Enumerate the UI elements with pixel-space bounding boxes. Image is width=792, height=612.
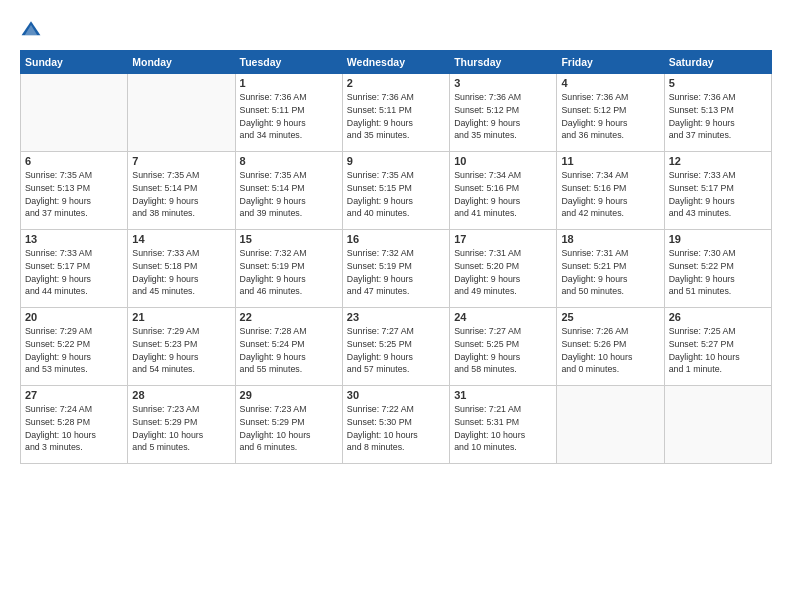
calendar-week-row: 1Sunrise: 7:36 AM Sunset: 5:11 PM Daylig… — [21, 74, 772, 152]
calendar-cell: 10Sunrise: 7:34 AM Sunset: 5:16 PM Dayli… — [450, 152, 557, 230]
calendar-cell: 29Sunrise: 7:23 AM Sunset: 5:29 PM Dayli… — [235, 386, 342, 464]
day-number: 26 — [669, 311, 767, 323]
day-info: Sunrise: 7:35 AM Sunset: 5:13 PM Dayligh… — [25, 169, 123, 220]
calendar-cell: 30Sunrise: 7:22 AM Sunset: 5:30 PM Dayli… — [342, 386, 449, 464]
day-info: Sunrise: 7:27 AM Sunset: 5:25 PM Dayligh… — [347, 325, 445, 376]
day-info: Sunrise: 7:29 AM Sunset: 5:22 PM Dayligh… — [25, 325, 123, 376]
day-of-week-header: Monday — [128, 51, 235, 74]
day-info: Sunrise: 7:31 AM Sunset: 5:21 PM Dayligh… — [561, 247, 659, 298]
calendar-cell: 11Sunrise: 7:34 AM Sunset: 5:16 PM Dayli… — [557, 152, 664, 230]
day-number: 16 — [347, 233, 445, 245]
day-info: Sunrise: 7:35 AM Sunset: 5:15 PM Dayligh… — [347, 169, 445, 220]
day-info: Sunrise: 7:23 AM Sunset: 5:29 PM Dayligh… — [240, 403, 338, 454]
logo — [20, 18, 46, 40]
day-number: 22 — [240, 311, 338, 323]
day-info: Sunrise: 7:24 AM Sunset: 5:28 PM Dayligh… — [25, 403, 123, 454]
calendar-cell: 20Sunrise: 7:29 AM Sunset: 5:22 PM Dayli… — [21, 308, 128, 386]
calendar-cell: 6Sunrise: 7:35 AM Sunset: 5:13 PM Daylig… — [21, 152, 128, 230]
day-info: Sunrise: 7:36 AM Sunset: 5:12 PM Dayligh… — [561, 91, 659, 142]
calendar-cell: 16Sunrise: 7:32 AM Sunset: 5:19 PM Dayli… — [342, 230, 449, 308]
day-number: 15 — [240, 233, 338, 245]
day-number: 23 — [347, 311, 445, 323]
day-number: 18 — [561, 233, 659, 245]
calendar-cell: 31Sunrise: 7:21 AM Sunset: 5:31 PM Dayli… — [450, 386, 557, 464]
calendar-cell: 24Sunrise: 7:27 AM Sunset: 5:25 PM Dayli… — [450, 308, 557, 386]
day-number: 30 — [347, 389, 445, 401]
day-number: 12 — [669, 155, 767, 167]
calendar-cell — [664, 386, 771, 464]
day-of-week-header: Friday — [557, 51, 664, 74]
calendar-cell: 19Sunrise: 7:30 AM Sunset: 5:22 PM Dayli… — [664, 230, 771, 308]
day-number: 1 — [240, 77, 338, 89]
calendar-cell: 14Sunrise: 7:33 AM Sunset: 5:18 PM Dayli… — [128, 230, 235, 308]
calendar-cell: 26Sunrise: 7:25 AM Sunset: 5:27 PM Dayli… — [664, 308, 771, 386]
day-number: 19 — [669, 233, 767, 245]
calendar-cell: 7Sunrise: 7:35 AM Sunset: 5:14 PM Daylig… — [128, 152, 235, 230]
day-number: 29 — [240, 389, 338, 401]
day-number: 4 — [561, 77, 659, 89]
day-info: Sunrise: 7:29 AM Sunset: 5:23 PM Dayligh… — [132, 325, 230, 376]
calendar-cell: 28Sunrise: 7:23 AM Sunset: 5:29 PM Dayli… — [128, 386, 235, 464]
day-info: Sunrise: 7:25 AM Sunset: 5:27 PM Dayligh… — [669, 325, 767, 376]
day-number: 21 — [132, 311, 230, 323]
calendar-cell — [128, 74, 235, 152]
logo-icon — [20, 18, 42, 40]
calendar-cell — [21, 74, 128, 152]
day-info: Sunrise: 7:35 AM Sunset: 5:14 PM Dayligh… — [240, 169, 338, 220]
day-number: 2 — [347, 77, 445, 89]
day-number: 27 — [25, 389, 123, 401]
day-info: Sunrise: 7:21 AM Sunset: 5:31 PM Dayligh… — [454, 403, 552, 454]
day-info: Sunrise: 7:26 AM Sunset: 5:26 PM Dayligh… — [561, 325, 659, 376]
calendar-cell: 12Sunrise: 7:33 AM Sunset: 5:17 PM Dayli… — [664, 152, 771, 230]
day-number: 3 — [454, 77, 552, 89]
calendar-week-row: 27Sunrise: 7:24 AM Sunset: 5:28 PM Dayli… — [21, 386, 772, 464]
day-info: Sunrise: 7:33 AM Sunset: 5:18 PM Dayligh… — [132, 247, 230, 298]
calendar-header-row: SundayMondayTuesdayWednesdayThursdayFrid… — [21, 51, 772, 74]
calendar-cell: 22Sunrise: 7:28 AM Sunset: 5:24 PM Dayli… — [235, 308, 342, 386]
day-info: Sunrise: 7:33 AM Sunset: 5:17 PM Dayligh… — [669, 169, 767, 220]
day-number: 17 — [454, 233, 552, 245]
calendar-cell: 17Sunrise: 7:31 AM Sunset: 5:20 PM Dayli… — [450, 230, 557, 308]
day-number: 28 — [132, 389, 230, 401]
calendar-cell: 8Sunrise: 7:35 AM Sunset: 5:14 PM Daylig… — [235, 152, 342, 230]
calendar-cell: 13Sunrise: 7:33 AM Sunset: 5:17 PM Dayli… — [21, 230, 128, 308]
day-info: Sunrise: 7:36 AM Sunset: 5:11 PM Dayligh… — [240, 91, 338, 142]
day-number: 13 — [25, 233, 123, 245]
day-info: Sunrise: 7:34 AM Sunset: 5:16 PM Dayligh… — [454, 169, 552, 220]
day-info: Sunrise: 7:31 AM Sunset: 5:20 PM Dayligh… — [454, 247, 552, 298]
day-number: 14 — [132, 233, 230, 245]
day-info: Sunrise: 7:27 AM Sunset: 5:25 PM Dayligh… — [454, 325, 552, 376]
day-info: Sunrise: 7:32 AM Sunset: 5:19 PM Dayligh… — [347, 247, 445, 298]
day-info: Sunrise: 7:35 AM Sunset: 5:14 PM Dayligh… — [132, 169, 230, 220]
day-number: 31 — [454, 389, 552, 401]
day-info: Sunrise: 7:36 AM Sunset: 5:11 PM Dayligh… — [347, 91, 445, 142]
day-number: 7 — [132, 155, 230, 167]
day-info: Sunrise: 7:22 AM Sunset: 5:30 PM Dayligh… — [347, 403, 445, 454]
day-of-week-header: Thursday — [450, 51, 557, 74]
calendar-cell: 23Sunrise: 7:27 AM Sunset: 5:25 PM Dayli… — [342, 308, 449, 386]
calendar-cell: 15Sunrise: 7:32 AM Sunset: 5:19 PM Dayli… — [235, 230, 342, 308]
calendar-cell: 18Sunrise: 7:31 AM Sunset: 5:21 PM Dayli… — [557, 230, 664, 308]
day-of-week-header: Sunday — [21, 51, 128, 74]
day-info: Sunrise: 7:30 AM Sunset: 5:22 PM Dayligh… — [669, 247, 767, 298]
calendar-cell — [557, 386, 664, 464]
calendar-week-row: 20Sunrise: 7:29 AM Sunset: 5:22 PM Dayli… — [21, 308, 772, 386]
calendar-cell: 27Sunrise: 7:24 AM Sunset: 5:28 PM Dayli… — [21, 386, 128, 464]
day-number: 20 — [25, 311, 123, 323]
calendar-cell: 21Sunrise: 7:29 AM Sunset: 5:23 PM Dayli… — [128, 308, 235, 386]
day-number: 5 — [669, 77, 767, 89]
calendar-cell: 4Sunrise: 7:36 AM Sunset: 5:12 PM Daylig… — [557, 74, 664, 152]
day-info: Sunrise: 7:36 AM Sunset: 5:13 PM Dayligh… — [669, 91, 767, 142]
day-number: 24 — [454, 311, 552, 323]
day-info: Sunrise: 7:32 AM Sunset: 5:19 PM Dayligh… — [240, 247, 338, 298]
calendar-cell: 2Sunrise: 7:36 AM Sunset: 5:11 PM Daylig… — [342, 74, 449, 152]
day-info: Sunrise: 7:23 AM Sunset: 5:29 PM Dayligh… — [132, 403, 230, 454]
calendar-cell: 1Sunrise: 7:36 AM Sunset: 5:11 PM Daylig… — [235, 74, 342, 152]
day-of-week-header: Wednesday — [342, 51, 449, 74]
day-number: 9 — [347, 155, 445, 167]
day-of-week-header: Tuesday — [235, 51, 342, 74]
calendar-cell: 5Sunrise: 7:36 AM Sunset: 5:13 PM Daylig… — [664, 74, 771, 152]
calendar-table: SundayMondayTuesdayWednesdayThursdayFrid… — [20, 50, 772, 464]
day-number: 25 — [561, 311, 659, 323]
day-number: 6 — [25, 155, 123, 167]
